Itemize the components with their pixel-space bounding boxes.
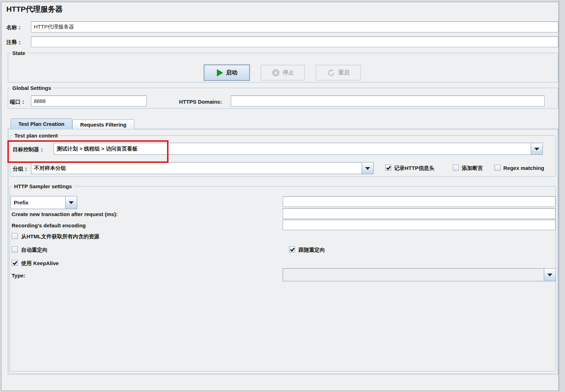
- capture-headers-label: 记录HTTP信息头: [394, 165, 434, 171]
- transaction-label: Create new transaction after request (ms…: [12, 211, 118, 218]
- name-input[interactable]: [31, 22, 558, 32]
- prefix-value: Prefix: [11, 196, 65, 209]
- https-domains-input[interactable]: [231, 96, 545, 106]
- follow-redirects-label: 跟随重定向: [299, 246, 325, 253]
- jmeter-proxy-window: HTTP代理服务器 名称： 注释： State 启动 停止 重启: [0, 0, 565, 392]
- type-label: Type:: [12, 272, 25, 279]
- use-keepalive-label: 使用 KeepAlive: [21, 260, 59, 267]
- encoding-label: Recording's default encoding: [12, 222, 86, 229]
- annotation-highlight-box: [7, 140, 168, 163]
- transaction-input[interactable]: [283, 208, 555, 219]
- chevron-down-icon[interactable]: [362, 163, 373, 174]
- tab-requests-filtering[interactable]: Requests Filtering: [72, 120, 134, 129]
- auto-redirect-checkbox[interactable]: [12, 246, 18, 252]
- retrieve-resources-checkbox[interactable]: [12, 233, 18, 239]
- encoding-input[interactable]: [283, 220, 555, 230]
- type-combobox[interactable]: [283, 268, 556, 281]
- name-label: 名称：: [6, 24, 22, 31]
- stop-icon: [272, 69, 280, 77]
- restart-icon: [327, 69, 335, 77]
- add-assertions-label: 添加断言: [462, 165, 483, 171]
- grouping-label: 分组：: [13, 165, 29, 172]
- capture-headers-checkbox[interactable]: [385, 165, 391, 171]
- regex-matching-label: Regex matching: [503, 165, 544, 171]
- start-button[interactable]: 启动: [204, 65, 250, 81]
- regex-matching-checkbox[interactable]: [495, 165, 500, 171]
- window-right-edge: [559, 0, 565, 392]
- play-icon: [216, 69, 223, 76]
- comments-label: 注释：: [6, 39, 22, 45]
- test-plan-content-title: Test plan content: [13, 132, 59, 139]
- restart-button[interactable]: 重启: [316, 65, 361, 80]
- stop-button-label: 停止: [283, 69, 294, 76]
- tab-test-plan-creation[interactable]: Test Plan Creation: [11, 118, 72, 129]
- state-group-title: State: [11, 50, 27, 56]
- chevron-down-icon[interactable]: [65, 196, 77, 209]
- https-domains-label: HTTPS Domains:: [179, 98, 222, 105]
- use-keepalive-checkbox[interactable]: [12, 260, 18, 266]
- chevron-down-icon[interactable]: [531, 143, 542, 154]
- port-label: 端口：: [10, 98, 26, 105]
- global-settings-title: Global Settings: [11, 85, 53, 91]
- type-value: [283, 269, 544, 281]
- stop-button[interactable]: 停止: [261, 65, 305, 80]
- restart-button-label: 重启: [338, 69, 350, 76]
- grouping-value: 不对样本分组: [31, 163, 362, 174]
- start-button-label: 启动: [226, 69, 238, 76]
- follow-redirects-checkbox[interactable]: [289, 246, 295, 252]
- chevron-down-icon[interactable]: [544, 269, 555, 281]
- page-title: HTTP代理服务器: [6, 4, 63, 14]
- add-assertions-checkbox[interactable]: [453, 165, 459, 171]
- http-sampler-settings-title: HTTP Sampler settings: [13, 183, 73, 190]
- auto-redirect-label: 自动重定向: [21, 246, 48, 253]
- retrieve-resources-label: 从HTML文件获取所有内含的资源: [21, 233, 99, 240]
- port-input[interactable]: [31, 96, 147, 106]
- prefix-combobox[interactable]: Prefix: [11, 196, 77, 209]
- grouping-combobox[interactable]: 不对样本分组: [31, 162, 374, 174]
- prefix-input[interactable]: [283, 196, 555, 207]
- comments-input[interactable]: [31, 36, 558, 47]
